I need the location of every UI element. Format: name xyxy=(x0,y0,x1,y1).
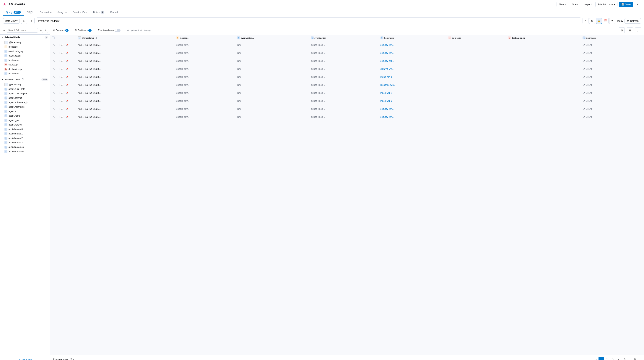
data-view-button[interactable]: Data view ▾ xyxy=(3,18,20,24)
row-pin-button[interactable]: 📌 xyxy=(65,115,69,119)
page-1-button[interactable]: 1 xyxy=(598,357,604,360)
row-expand-button[interactable]: ✎ xyxy=(52,59,56,63)
fullscreen-button[interactable]: ⛶ xyxy=(635,27,641,33)
row-checkbox[interactable] xyxy=(57,92,60,94)
available-field-agent-hostname[interactable]: k agent.hostname xyxy=(0,105,50,109)
row-expand-button[interactable]: ✎ xyxy=(52,83,56,87)
row-comment-button[interactable]: 💬 xyxy=(60,99,64,103)
row-checkbox[interactable] xyxy=(57,108,60,110)
col-header-destination-ip[interactable]: ip destination.ip xyxy=(506,35,581,41)
selected-field-event-action[interactable]: k event.action xyxy=(0,54,50,58)
col-header-event-category[interactable]: k event.categ... xyxy=(235,35,309,41)
rows-per-page-control[interactable]: Rows per page: 25 ▾ xyxy=(53,358,74,360)
available-field-auditd-data-addr[interactable]: k auditd.data.addr xyxy=(0,149,50,154)
event-renderers-toggle[interactable] xyxy=(114,29,120,32)
row-expand-button[interactable]: ✎ xyxy=(52,99,56,103)
prev-page-button[interactable]: ‹ xyxy=(595,358,598,360)
row-more-button[interactable]: ⋯ xyxy=(70,91,74,95)
tab-analyzer[interactable]: Analyzer xyxy=(54,9,70,16)
selected-field-event-category[interactable]: k event.category xyxy=(0,49,50,54)
row-comment-button[interactable]: 💬 xyxy=(60,115,64,119)
row-checkbox[interactable] xyxy=(57,60,60,62)
sort-fields-control[interactable]: ⇅ Sort fields 1 xyxy=(75,29,92,32)
tab-notes[interactable]: Notes 1 xyxy=(90,9,107,16)
row-checkbox[interactable] xyxy=(57,116,60,118)
available-field-auditd-data-a0[interactable]: k auditd.data.a0 xyxy=(0,127,50,131)
available-field-auditd-data-a2[interactable]: k auditd.data.a2 xyxy=(0,136,50,140)
row-pin-button[interactable]: 📌 xyxy=(65,99,69,103)
add-field-button[interactable]: ⊕ Add a field xyxy=(0,357,50,360)
row-checkbox[interactable] xyxy=(57,100,60,102)
search-input[interactable] xyxy=(38,20,579,22)
new-button[interactable]: New ▾ xyxy=(556,2,568,7)
columns-view-button[interactable]: ⊞ xyxy=(627,27,633,33)
row-comment-button[interactable]: 💬 xyxy=(60,75,64,79)
row-more-button[interactable]: ⋯ xyxy=(70,59,74,63)
row-checkbox[interactable] xyxy=(57,76,60,78)
available-field-auditd-data-a3[interactable]: k auditd.data.a3 xyxy=(0,140,50,145)
last-page-button[interactable]: 20 xyxy=(633,357,638,360)
available-field-agent-type[interactable]: k agent.type xyxy=(0,118,50,122)
select-all-checkbox[interactable] xyxy=(52,37,54,39)
tab-pinned[interactable]: Pinned xyxy=(107,9,121,16)
available-field-auditd-data-a1[interactable]: k auditd.data.a1 xyxy=(0,131,50,136)
row-more-button[interactable]: ⋯ xyxy=(70,107,74,111)
table-view-button[interactable]: ⊡ xyxy=(619,27,625,33)
open-button[interactable]: Open xyxy=(570,2,580,7)
columns-control[interactable]: ⊞ Columns 8 xyxy=(53,29,68,32)
row-more-button[interactable]: ⋯ xyxy=(70,75,74,79)
col-header-host-name[interactable]: k host.name xyxy=(379,35,446,41)
row-more-button[interactable]: ⋯ xyxy=(70,115,74,119)
row-more-button[interactable]: ⋯ xyxy=(70,99,74,103)
row-pin-button[interactable]: 📌 xyxy=(65,67,69,71)
col-header-event-action[interactable]: k event.action xyxy=(309,35,379,41)
tab-query[interactable]: Query 1879 xyxy=(3,9,24,16)
page-3-button[interactable]: 3 xyxy=(610,357,616,360)
col-header-user-name[interactable]: k user.name xyxy=(581,35,644,41)
selected-field-message[interactable]: t message xyxy=(0,45,50,49)
tab-esql[interactable]: ES|QL xyxy=(24,9,37,16)
available-field-auditd-data-acct[interactable]: k auditd.data.acct xyxy=(0,145,50,149)
row-checkbox[interactable] xyxy=(57,68,60,70)
row-pin-button[interactable]: 📌 xyxy=(65,43,69,47)
row-comment-button[interactable]: 💬 xyxy=(60,67,64,71)
calendar-button[interactable]: 📅 xyxy=(602,18,608,24)
row-comment-button[interactable]: 💬 xyxy=(60,83,64,87)
row-checkbox[interactable] xyxy=(57,84,60,86)
page-4-button[interactable]: 4 xyxy=(616,357,622,360)
row-comment-button[interactable]: 💬 xyxy=(60,43,64,47)
inspect-button[interactable]: Inspect xyxy=(582,2,594,7)
selected-fields-section-header[interactable]: ▾ Selected fields 8 xyxy=(0,35,50,40)
refresh-button[interactable]: ↻ Refresh xyxy=(624,18,641,24)
row-expand-button[interactable]: ✎ xyxy=(52,107,56,111)
share-button[interactable]: ⊕ xyxy=(589,18,595,24)
row-pin-button[interactable]: 📌 xyxy=(65,75,69,79)
tab-session-view[interactable]: Session View xyxy=(70,9,90,16)
clear-search-button[interactable]: ✕ xyxy=(582,18,588,24)
add-filter-button[interactable]: + xyxy=(28,18,34,24)
row-checkbox[interactable] xyxy=(57,44,60,46)
sidebar-toggle-button[interactable]: ≡ xyxy=(2,28,6,33)
attach-to-case-button[interactable]: Attach to case ▾ xyxy=(595,2,618,7)
available-fields-section-header[interactable]: ▾ Available fields ⓘ 1009 xyxy=(0,77,50,82)
row-pin-button[interactable]: 📌 xyxy=(65,83,69,87)
row-pin-button[interactable]: 📌 xyxy=(65,107,69,111)
selected-field-destination-ip[interactable]: ip destination.ip xyxy=(0,67,50,71)
lock-button[interactable]: 🔒 xyxy=(596,18,602,24)
row-more-button[interactable]: ⋯ xyxy=(70,67,74,71)
col-header-timestamp[interactable]: t @timestamp ⓘ ↓ xyxy=(76,35,174,41)
available-field-agent-build-date[interactable]: k agent.build_date xyxy=(0,87,50,91)
available-field-timestamp[interactable]: t @timestamp xyxy=(0,82,50,87)
field-search-input[interactable] xyxy=(7,28,38,33)
row-more-button[interactable]: ⋯ xyxy=(70,51,74,55)
row-pin-button[interactable]: 📌 xyxy=(65,91,69,95)
row-more-button[interactable]: ⋯ xyxy=(70,43,74,47)
col-header-source-ip[interactable]: ip source.ip xyxy=(446,35,506,41)
row-expand-button[interactable]: ✎ xyxy=(52,75,56,79)
selected-field-user-name[interactable]: k user.name xyxy=(0,71,50,76)
row-expand-button[interactable]: ✎ xyxy=(52,43,56,47)
selected-field-source-ip[interactable]: ip source.ip xyxy=(0,63,50,67)
next-page-button[interactable]: › xyxy=(638,358,641,360)
row-comment-button[interactable]: 💬 xyxy=(60,91,64,95)
available-field-agent-commit[interactable]: k agent.commit xyxy=(0,96,50,100)
